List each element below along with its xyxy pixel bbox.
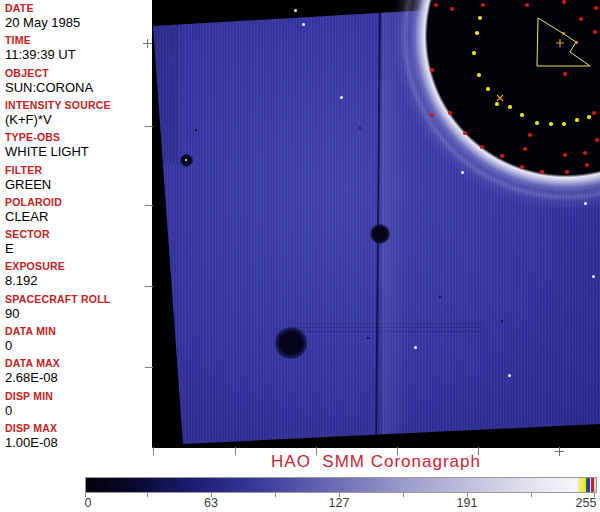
red-fiducial-dot — [430, 113, 434, 117]
left-axis-tick — [145, 126, 153, 127]
page-title: HAO SMM Coronagraph — [152, 452, 600, 472]
red-fiducial-dot — [450, 7, 454, 11]
colorbar-gradient — [85, 477, 597, 493]
colorbar-tick-label: 0 — [85, 496, 92, 510]
yellow-fiducial-dot — [486, 87, 490, 91]
field-label: DISP MAX — [5, 422, 150, 434]
field-label: DATE — [5, 2, 150, 14]
left-axis-tick — [145, 286, 153, 287]
field-label: FILTER — [5, 164, 150, 176]
field-label: INTENSITY SOURCE — [5, 99, 150, 111]
metadata-field-polaroid: POLAROIDCLEAR — [5, 196, 150, 224]
red-fiducial-dot — [434, 3, 438, 7]
metadata-field-time: TIME11:39:39 UT — [5, 34, 150, 62]
metadata-field-disp-min: DISP MIN0 — [5, 390, 150, 418]
colorbar-minor-tick — [531, 493, 532, 497]
red-fiducial-dot — [481, 3, 485, 7]
field-value: 2.68E-08 — [5, 370, 150, 385]
yellow-fiducial-dot — [477, 73, 481, 77]
region-polygon-outline — [537, 18, 590, 66]
red-fiducial-dot — [585, 163, 589, 167]
yellow-fiducial-dot — [549, 122, 553, 126]
yellow-fiducial-dot — [562, 122, 566, 126]
field-value: 0 — [5, 338, 150, 353]
red-fiducial-dot — [595, 138, 599, 142]
colorbar-minor-tick — [275, 493, 276, 497]
red-fiducial-dot — [523, 147, 527, 151]
yellow-fiducial-dot — [472, 51, 476, 55]
metadata-field-exposure: EXPOSURE8.192 — [5, 260, 150, 288]
yellow-fiducial-dot — [587, 115, 591, 119]
coronagraph-viewer: DATE20 May 1985TIME11:39:39 UTOBJECTSUN:… — [0, 0, 600, 512]
field-label: TYPE-OBS — [5, 131, 150, 143]
star-dot — [294, 9, 297, 12]
field-label: SECTOR — [5, 228, 150, 240]
field-value: GREEN — [5, 177, 150, 192]
colorbar-tick-label: 63 — [204, 496, 218, 510]
field-value: 1.00E-08 — [5, 435, 150, 450]
star-dot — [508, 374, 511, 377]
red-fiducial-dot — [525, 3, 529, 7]
left-axis-tick — [145, 205, 153, 206]
metadata-field-data-max: DATA MAX2.68E-08 — [5, 357, 150, 385]
metadata-field-date: DATE20 May 1985 — [5, 2, 150, 30]
yellow-fiducial-dot — [520, 113, 524, 117]
star-dot — [461, 171, 464, 174]
red-fiducial-dot — [563, 72, 567, 76]
colorbar-tick-label: 127 — [329, 496, 350, 510]
yellow-fiducial-dot — [575, 118, 579, 122]
field-label: OBJECT — [5, 67, 150, 79]
red-fiducial-dot — [528, 133, 532, 137]
star-dot — [340, 96, 343, 99]
metadata-field-intensity-source: INTENSITY SOURCE(K+F)*V — [5, 99, 150, 127]
field-value: 11:39:39 UT — [5, 47, 150, 62]
colorbar-minor-tick — [147, 493, 148, 497]
field-label: DATA MIN — [5, 325, 150, 337]
metadata-field-sector: SECTORE — [5, 228, 150, 256]
field-label: DATA MAX — [5, 357, 150, 369]
plot-area — [152, 0, 600, 448]
left-axis-tick — [145, 367, 153, 368]
star-dot — [414, 346, 417, 349]
field-value: CLEAR — [5, 209, 150, 224]
colorbar-tick-label: 255 — [576, 496, 597, 510]
field-value: 90 — [5, 306, 150, 321]
field-label: EXPOSURE — [5, 260, 150, 272]
yellow-fiducial-dot — [478, 16, 482, 20]
metadata-field-type-obs: TYPE-OBSWHITE LIGHT — [5, 131, 150, 159]
red-fiducial-dot — [592, 111, 596, 115]
star-dot — [302, 23, 305, 26]
red-fiducial-dot — [593, 30, 597, 34]
field-value: 8.192 — [5, 273, 150, 288]
metadata-field-object: OBJECTSUN:CORONA — [5, 67, 150, 95]
yellow-fiducial-dot — [475, 31, 479, 35]
field-label: SPACECRAFT ROLL — [5, 293, 150, 305]
metadata-field-spacecraft-roll: SPACECRAFT ROLL90 — [5, 293, 150, 321]
orange-cross-marker — [497, 95, 503, 101]
red-fiducial-dot — [565, 170, 569, 174]
red-fiducial-dot — [463, 131, 467, 135]
red-fiducial-dot — [430, 68, 434, 72]
field-label: TIME — [5, 34, 150, 46]
red-fiducial-dot — [448, 111, 452, 115]
star-dot — [592, 275, 595, 278]
field-value: 0 — [5, 403, 150, 418]
red-fiducial-dot — [480, 145, 484, 149]
left-axis-plus-mark — [143, 39, 152, 48]
red-fiducial-dot — [563, 153, 567, 157]
orange-plus-marker — [556, 39, 564, 47]
metadata-field-data-min: DATA MIN0 — [5, 325, 150, 353]
colorbar-minor-tick — [403, 493, 404, 497]
metadata-field-filter: FILTERGREEN — [5, 164, 150, 192]
orange-vertex-dot — [575, 41, 578, 44]
colorbar-tick-label: 191 — [457, 496, 478, 510]
field-value: E — [5, 241, 150, 256]
dark-blob — [275, 327, 306, 358]
field-value: SUN:CORONA — [5, 80, 150, 95]
red-fiducial-dot — [594, 6, 598, 10]
red-fiducial-dot — [540, 170, 544, 174]
field-label: DISP MIN — [5, 390, 150, 402]
field-value: (K+F)*V — [5, 112, 150, 127]
yellow-fiducial-dot — [495, 102, 499, 106]
field-value: 20 May 1985 — [5, 15, 150, 30]
